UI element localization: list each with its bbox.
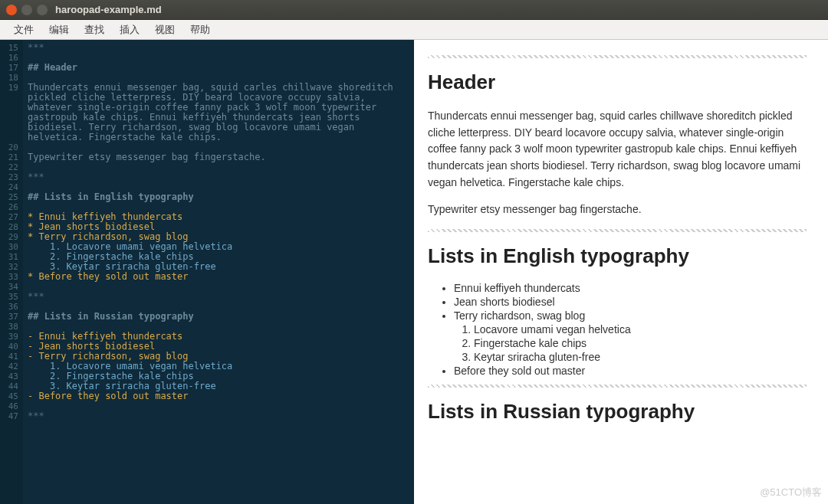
menu-edit[interactable]: 编辑 [41, 23, 77, 37]
line-number: 19 [0, 83, 18, 93]
window-titlebar: haroopad-example.md [0, 0, 828, 20]
line-number: 46 [0, 401, 18, 411]
preview-panel: Header Thundercats ennui messenger bag, … [414, 40, 828, 504]
line-number: 26 [0, 202, 18, 212]
menubar: 文件 编辑 查找 插入 视图 帮助 [0, 20, 828, 40]
line-number: 25 [0, 192, 18, 202]
list-item: Terry richardson, swag blog Locavore uma… [454, 309, 807, 363]
line-number: 43 [0, 371, 18, 381]
minimize-icon[interactable] [21, 5, 32, 15]
code-line[interactable]: *** [28, 43, 409, 53]
line-number: 16 [0, 53, 18, 63]
menu-view[interactable]: 视图 [147, 23, 182, 37]
line-number: 21 [0, 152, 18, 162]
code-line[interactable]: Typewriter etsy messenger bag fingerstac… [28, 152, 409, 162]
close-icon[interactable] [6, 5, 17, 15]
line-number: 47 [0, 411, 18, 421]
menu-help[interactable]: 帮助 [182, 23, 218, 37]
code-line[interactable]: Thundercats ennui messenger bag, squid c… [28, 83, 409, 142]
editor-panel[interactable]: 1516171819 20212223242526272829303132333… [0, 40, 414, 504]
line-number: 30 [0, 242, 18, 252]
line-number: 40 [0, 342, 18, 352]
list-item: Keytar sriracha gluten-free [474, 351, 807, 363]
code-line[interactable]: *** [28, 292, 409, 302]
line-number: 39 [0, 332, 18, 342]
list-item: Ennui keffiyeh thundercats [454, 282, 807, 294]
line-number: 24 [0, 182, 18, 192]
code-line[interactable]: ## Header [28, 63, 409, 73]
preview-heading: Header [428, 70, 807, 94]
line-number: 18 [0, 73, 18, 83]
preview-list: Ennui keffiyeh thundercats Jean shorts b… [428, 282, 807, 377]
preview-heading: Lists in English typography [428, 244, 807, 268]
line-number: 23 [0, 172, 18, 182]
code-line[interactable] [28, 282, 409, 292]
editor-code[interactable]: *** ## Header Thundercats ennui messenge… [23, 40, 414, 504]
line-number: 31 [0, 252, 18, 262]
editor-gutter: 1516171819 20212223242526272829303132333… [0, 40, 23, 504]
preview-ordered-list: Locavore umami vegan helvetica Fingersta… [454, 323, 807, 363]
line-number: 15 [0, 43, 18, 53]
line-number: 17 [0, 63, 18, 73]
list-item-label: Terry richardson, swag blog [454, 309, 585, 322]
line-number: 33 [0, 272, 18, 282]
menu-find[interactable]: 查找 [77, 23, 112, 37]
line-number: 41 [0, 352, 18, 362]
line-number: 29 [0, 232, 18, 242]
menu-file[interactable]: 文件 [6, 23, 41, 37]
line-number: 36 [0, 302, 18, 312]
code-line[interactable]: ## Lists in Russian typography [28, 312, 409, 322]
line-number: 44 [0, 381, 18, 391]
hr-divider [428, 385, 807, 388]
code-line[interactable] [28, 162, 409, 172]
preview-inner: Header Thundercats ennui messenger bag, … [414, 40, 828, 453]
line-number: 27 [0, 212, 18, 222]
line-number-continuation [0, 113, 18, 123]
app-body: 1516171819 20212223242526272829303132333… [0, 40, 828, 504]
list-item: Fingerstache kale chips [474, 337, 807, 349]
code-line[interactable]: * Before they sold out master [28, 272, 409, 282]
line-number: 28 [0, 222, 18, 232]
hr-divider [428, 55, 807, 58]
line-number: 45 [0, 391, 18, 401]
code-line[interactable]: *** [28, 411, 409, 421]
line-number: 35 [0, 292, 18, 302]
code-line[interactable]: ## Lists in English typography [28, 192, 409, 202]
code-line[interactable] [28, 401, 409, 411]
hr-divider [428, 229, 807, 232]
window-controls [6, 5, 48, 15]
line-number: 32 [0, 262, 18, 272]
code-line[interactable]: *** [28, 172, 409, 182]
watermark: @51CTO博客 [760, 486, 822, 499]
line-number: 22 [0, 162, 18, 172]
code-line[interactable]: - Before they sold out master [28, 391, 409, 401]
line-number: 37 [0, 312, 18, 322]
menu-insert[interactable]: 插入 [112, 23, 147, 37]
maximize-icon[interactable] [37, 5, 48, 15]
window-title: haroopad-example.md [55, 4, 162, 15]
list-item: Jean shorts biodiesel [454, 296, 807, 308]
code-line[interactable] [28, 53, 409, 63]
preview-paragraph: Typewriter etsy messenger bag fingerstac… [428, 201, 807, 218]
line-number-continuation [0, 93, 18, 103]
preview-heading: Lists in Russian typography [428, 400, 807, 424]
line-number-continuation [0, 133, 18, 142]
line-number: 20 [0, 142, 18, 152]
line-number: 38 [0, 322, 18, 332]
line-number: 34 [0, 282, 18, 292]
list-item: Locavore umami vegan helvetica [474, 323, 807, 335]
list-item: Before they sold out master [454, 365, 807, 377]
line-number-continuation [0, 123, 18, 133]
line-number: 42 [0, 362, 18, 371]
line-number-continuation [0, 103, 18, 113]
preview-paragraph: Thundercats ennui messenger bag, squid c… [428, 108, 807, 191]
